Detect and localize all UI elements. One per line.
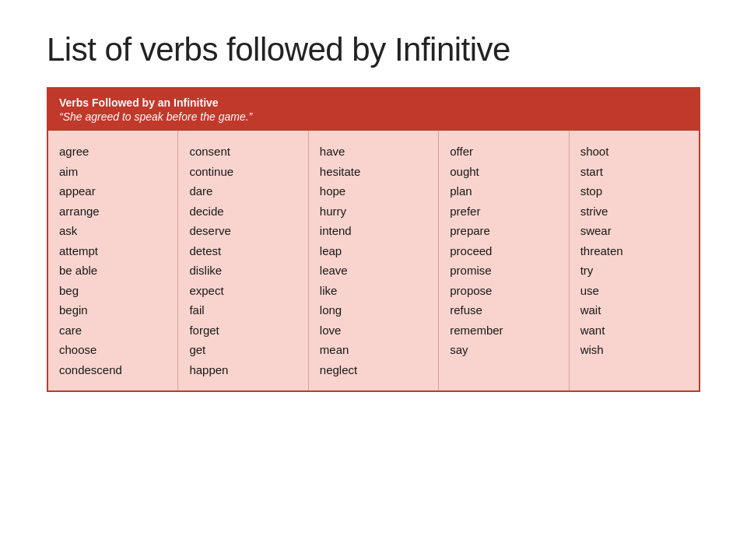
table-header: Verbs Followed by an Infinitive “She agr… <box>48 89 699 131</box>
table-word: choose <box>59 340 167 360</box>
table-word: have <box>320 142 427 162</box>
table-col-3: offeroughtplanpreferprepareproceedpromis… <box>439 131 569 390</box>
table-word: intend <box>320 221 427 241</box>
table-word: mean <box>320 340 427 360</box>
table-word: happen <box>189 360 296 380</box>
verb-table: Verbs Followed by an Infinitive “She agr… <box>47 87 700 392</box>
table-word: refuse <box>450 300 557 320</box>
table-header-title: Verbs Followed by an Infinitive <box>59 96 688 109</box>
table-word: beg <box>59 281 167 301</box>
table-word: swear <box>580 221 688 241</box>
table-word: say <box>450 340 557 360</box>
table-word: condescend <box>59 360 167 380</box>
table-word: try <box>580 261 688 281</box>
table-word: dare <box>189 181 296 201</box>
table-word: begin <box>59 300 167 320</box>
page-title: List of verbs followed by Infinitive <box>47 31 700 68</box>
table-word: appear <box>59 181 167 201</box>
table-word: threaten <box>580 241 688 261</box>
table-word: promise <box>450 261 557 281</box>
table-word: arrange <box>59 201 167 222</box>
table-word: like <box>320 281 427 301</box>
table-word: continue <box>189 162 296 182</box>
table-word: ought <box>450 162 557 182</box>
table-word: expect <box>189 281 296 301</box>
table-word: wait <box>580 300 688 320</box>
table-word: agree <box>59 142 167 162</box>
table-word: attempt <box>59 241 167 261</box>
table-word: hurry <box>320 201 427 222</box>
table-word: forget <box>189 320 296 341</box>
table-word: care <box>59 320 167 341</box>
table-col-4: shootstartstopstriveswearthreatentryusew… <box>570 131 699 390</box>
table-word: propose <box>450 281 557 301</box>
table-word: long <box>320 300 427 320</box>
table-body: agreeaimappeararrangeaskattemptbe ablebe… <box>48 131 699 390</box>
table-word: deserve <box>189 221 296 241</box>
table-word: proceed <box>450 241 557 261</box>
table-word: strive <box>580 201 688 222</box>
table-col-2: havehesitatehopehurryintendleapleavelike… <box>309 131 439 390</box>
table-word: be able <box>59 261 167 281</box>
table-word: hope <box>320 181 427 201</box>
table-word: detest <box>189 241 296 261</box>
table-word: plan <box>450 181 557 201</box>
table-word: offer <box>450 142 557 162</box>
table-word: decide <box>189 201 296 222</box>
table-word: use <box>580 281 688 301</box>
table-word: stop <box>580 181 688 201</box>
table-col-0: agreeaimappeararrangeaskattemptbe ablebe… <box>48 131 178 390</box>
table-word: consent <box>189 142 296 162</box>
table-word: prepare <box>450 221 557 241</box>
table-header-example: “She agreed to speak before the game.” <box>59 110 688 123</box>
table-word: prefer <box>450 201 557 222</box>
page-container: List of verbs followed by Infinitive Ver… <box>0 0 747 560</box>
table-word: wish <box>580 340 688 360</box>
table-word: shoot <box>580 142 688 162</box>
table-word: start <box>580 162 688 182</box>
table-word: leap <box>320 241 427 261</box>
table-word: get <box>189 340 296 360</box>
table-word: remember <box>450 320 557 341</box>
table-word: dislike <box>189 261 296 281</box>
table-word: aim <box>59 162 167 182</box>
table-word: neglect <box>320 360 427 380</box>
table-word: fail <box>189 300 296 320</box>
table-word: ask <box>59 221 167 241</box>
table-word: leave <box>320 261 427 281</box>
table-word: love <box>320 320 427 341</box>
table-word: hesitate <box>320 162 427 182</box>
table-col-1: consentcontinuedaredecidedeservedetestdi… <box>178 131 308 390</box>
table-word: want <box>580 320 688 341</box>
